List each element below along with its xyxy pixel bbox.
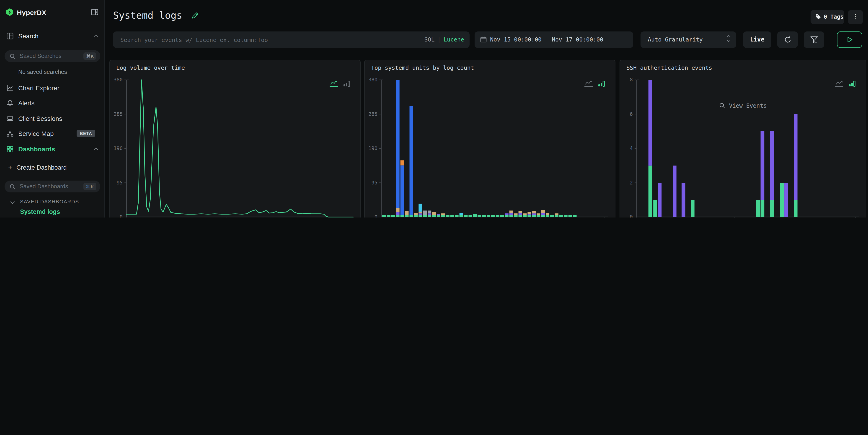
sidebar-dashboard-systemd-logs[interactable]: Systemd logs — [20, 208, 60, 215]
bar-segment-Successful — [770, 131, 774, 200]
bar-segment-Failed — [780, 183, 784, 217]
sidebar: HyperDX Search ⌘K No saved searches — [0, 0, 105, 218]
bar-segment-sshd — [437, 214, 440, 215]
granularity-select[interactable]: Auto Granularity — [641, 31, 736, 48]
y-tick-label: 380 — [368, 77, 377, 83]
bar-segment-CRON — [505, 215, 508, 217]
time-range-picker[interactable]: Nov 15 00:00:00 - Nov 17 00:00:00 — [474, 31, 633, 48]
search-section-icon — [6, 32, 14, 40]
shortcut-badge: ⌘K — [84, 183, 96, 190]
bar-segment-Successful — [649, 80, 652, 165]
bar-segment-CRON — [410, 215, 413, 217]
bar-segment-systemd-logind — [523, 213, 527, 215]
tag-icon — [815, 14, 822, 20]
panel-top-units: Top systemd units by log count 095190285… — [364, 60, 615, 218]
bar-segment-CRON — [477, 215, 481, 217]
y-tick-label: 95 — [117, 180, 123, 186]
bar-segment-CRON — [573, 215, 577, 217]
bar-segment-systemd-logind — [396, 208, 400, 212]
bar-segment-systemd-logind — [555, 213, 558, 215]
bar-segment-Failed — [756, 200, 760, 217]
bar-segment-CRON — [446, 215, 450, 217]
y-tick-label: 95 — [372, 180, 378, 186]
y-tick-label: 6 — [630, 111, 633, 117]
sidebar-item-chart-explorer[interactable]: Chart Explorer — [0, 81, 105, 95]
logo-row: HyperDX — [0, 6, 105, 18]
bar-segment-CRON — [532, 215, 536, 217]
app-title: HyperDX — [17, 9, 46, 17]
y-tick-label: 285 — [114, 111, 123, 117]
bar-segment-CRON — [536, 215, 540, 217]
bar-segment-nginx — [401, 165, 404, 215]
panel-log-volume: Log volume over time 095190285380Nov 15 … — [110, 60, 361, 218]
bar-segment-kernel — [418, 204, 422, 212]
run-query-button[interactable] — [837, 31, 862, 48]
bar-segment-CRON — [473, 214, 476, 217]
sidebar-item-dashboards[interactable]: Dashboards — [0, 142, 105, 156]
panel-title: Top systemd units by log count — [371, 64, 474, 71]
bar-segment-CRON — [441, 215, 445, 217]
saved-searches-input[interactable] — [19, 50, 78, 62]
no-saved-searches-note: No saved searches — [18, 69, 67, 75]
bar-segment-systemd-logind — [546, 213, 549, 215]
query-language-toggle[interactable]: SQL|Lucene — [424, 36, 464, 43]
bar-segment-CRON — [455, 215, 459, 217]
chart-plot[interactable]: 02468Nov 15 12:00:00 AM9:00:00 PM11:00:0… — [637, 80, 859, 217]
bar-segment-Successful — [673, 165, 677, 217]
bar-segment-CRON — [437, 215, 440, 217]
sidebar-item-search[interactable]: Search — [0, 29, 105, 43]
bar-segment-sshd — [428, 213, 431, 215]
bar-segment-CRON — [541, 215, 545, 217]
live-button[interactable]: Live — [743, 31, 771, 48]
bar-segment-systemd-logind — [514, 213, 518, 215]
bar-segment-CRON — [487, 215, 490, 217]
shortcut-badge: ⌘K — [84, 53, 96, 60]
event-search-input[interactable] — [119, 31, 411, 48]
bar-segment-CRON — [396, 215, 400, 217]
saved-dashboards-search[interactable]: ⌘K — [5, 181, 100, 192]
y-tick-label: 0 — [374, 214, 377, 218]
bar-segment-CRON — [500, 215, 504, 217]
bar-segment-sshd — [541, 213, 545, 215]
bar-segment-CRON — [468, 215, 472, 217]
bell-icon — [6, 99, 14, 107]
sidebar-item-alerts[interactable]: Alerts — [0, 96, 105, 110]
more-options-button[interactable]: ⋮ — [848, 10, 863, 24]
y-tick-label: 190 — [368, 146, 377, 151]
sidebar-item-client-sessions[interactable]: Client Sessions — [0, 112, 105, 125]
hyperdx-logo-icon — [5, 8, 14, 17]
chevron-up-icon[interactable] — [94, 34, 98, 39]
bar-segment-CRON — [464, 215, 468, 217]
event-search-bar[interactable]: SQL|Lucene — [113, 31, 470, 48]
edit-title-icon[interactable] — [191, 12, 199, 19]
saved-dashboards-input[interactable] — [19, 181, 78, 192]
y-tick-label: 285 — [368, 111, 377, 117]
chevron-up-icon[interactable] — [94, 148, 98, 152]
chart-plot[interactable]: 095190285380Nov 15 12:00:00 AM9:00:00 PM… — [381, 80, 608, 217]
bar-segment-sshd — [532, 213, 536, 215]
panel-ssh-auth: SSH authentication events View Events 02… — [620, 60, 866, 218]
search-icon — [9, 53, 16, 59]
collapse-sidebar-icon[interactable] — [91, 8, 98, 16]
bar-segment-Successful — [784, 183, 788, 217]
chart-explorer-icon — [6, 84, 14, 92]
select-chevrons-icon — [727, 36, 730, 41]
bar-segment-systemd-logind — [541, 210, 545, 213]
sidebar-item-service-map[interactable]: Service Map BETA — [0, 127, 105, 141]
saved-searches-search[interactable]: ⌘K — [5, 50, 100, 62]
filter-button[interactable] — [804, 31, 824, 48]
dashboards-grid-icon — [6, 146, 14, 153]
bar-segment-CRON — [523, 215, 527, 217]
bar-segment-systemd-logind — [519, 211, 522, 213]
bar-segment-CRON — [418, 215, 422, 217]
y-tick-label: 190 — [114, 146, 123, 151]
refresh-button[interactable] — [777, 31, 798, 48]
bar-segment-dbus — [428, 211, 431, 213]
bar-segment-systemd-logind — [532, 211, 536, 214]
panel-title: Log volume over time — [116, 64, 185, 71]
bar-segment-CRON — [509, 215, 513, 217]
bar-segment-sshd — [418, 213, 422, 215]
chart-plot[interactable]: 095190285380Nov 15 12:00:00 AM9:00:00 PM… — [126, 80, 353, 217]
bar-segment-CRON — [514, 215, 518, 217]
tags-button[interactable]: 0 Tags — [811, 10, 844, 24]
